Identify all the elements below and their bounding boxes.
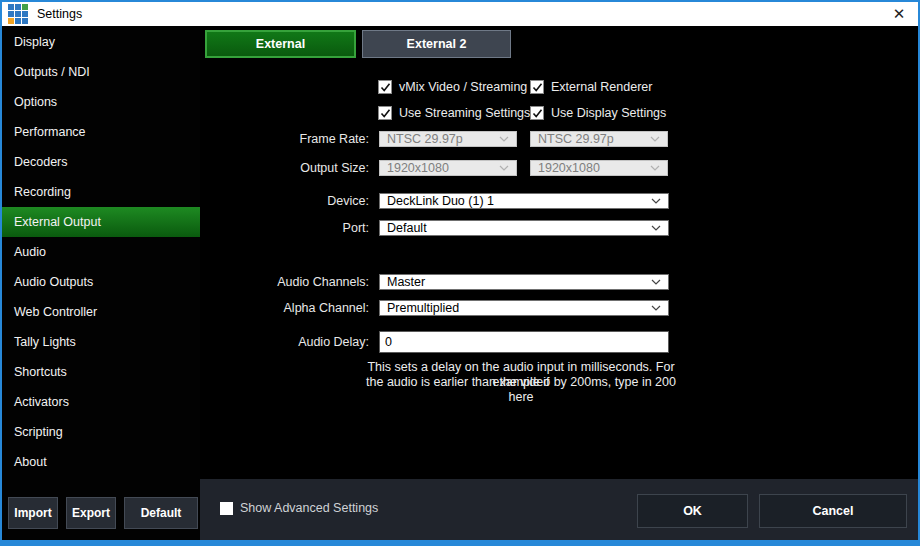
chevron-down-icon [651, 198, 661, 204]
default-button[interactable]: Default [124, 497, 198, 529]
audio-channels-row: Audio Channels: Master [200, 271, 669, 292]
alpha-channel-row: Alpha Channel: Premultiplied [200, 297, 669, 318]
frame-rate-row: Frame Rate: NTSC 29.97p NTSC 29.97p [200, 129, 668, 149]
sidebar-item-external-output[interactable]: External Output [2, 207, 200, 237]
sidebar-item-scripting[interactable]: Scripting [2, 417, 200, 447]
output-size-select-right: 1920x1080 [530, 160, 668, 176]
use-display-settings-checkbox[interactable]: Use Display Settings [530, 106, 666, 120]
vmix-video-streaming-checkbox[interactable]: vMix Video / Streaming [378, 80, 527, 94]
checkbox-label: Show Advanced Settings [240, 501, 378, 515]
ok-button[interactable]: OK [637, 494, 748, 528]
selected-value: Default [387, 221, 427, 235]
sidebar-item-tally-lights[interactable]: Tally Lights [2, 327, 200, 357]
checkbox-box [530, 106, 544, 120]
alpha-channel-select[interactable]: Premultiplied [379, 300, 669, 316]
settings-window: Settings ✕ Display Outputs / NDI Options… [2, 2, 918, 540]
sidebar-item-about[interactable]: About [2, 447, 200, 477]
selected-value: NTSC 29.97p [538, 132, 614, 146]
audio-channels-select[interactable]: Master [379, 274, 669, 290]
tab-external-2[interactable]: External 2 [362, 30, 511, 58]
cancel-button[interactable]: Cancel [759, 494, 907, 528]
window-frame: Settings ✕ Display Outputs / NDI Options… [0, 0, 920, 546]
sidebar-buttons: Import Export Default [8, 497, 198, 529]
titlebar[interactable]: Settings ✕ [2, 2, 918, 26]
output-size-row: Output Size: 1920x1080 1920x1080 [200, 158, 668, 178]
sidebar-menu: Display Outputs / NDI Options Performanc… [2, 27, 200, 477]
alpha-channel-label: Alpha Channel: [200, 301, 369, 315]
close-icon[interactable]: ✕ [882, 2, 916, 26]
chevron-down-icon [650, 165, 660, 171]
chevron-down-icon [499, 165, 509, 171]
selected-value: Master [387, 275, 425, 289]
checkbox-box [378, 80, 392, 94]
audio-delay-row: Audio Delay: [200, 331, 669, 353]
chevron-down-icon [499, 136, 509, 142]
audio-delay-input[interactable] [379, 331, 669, 353]
window-title: Settings [37, 7, 82, 21]
checkmark-icon [380, 108, 391, 119]
selected-value: NTSC 29.97p [387, 132, 463, 146]
sidebar-item-shortcuts[interactable]: Shortcuts [2, 357, 200, 387]
external-renderer-checkbox[interactable]: External Renderer [530, 80, 652, 94]
device-row: Device: DeckLink Duo (1) 1 [200, 190, 669, 211]
device-select[interactable]: DeckLink Duo (1) 1 [379, 193, 669, 209]
sidebar-item-activators[interactable]: Activators [2, 387, 200, 417]
chevron-down-icon [650, 136, 660, 142]
checkbox-box [530, 80, 544, 94]
sidebar-item-display[interactable]: Display [2, 27, 200, 57]
sidebar-item-audio[interactable]: Audio [2, 237, 200, 267]
chevron-down-icon [651, 225, 661, 231]
selected-value: Premultiplied [387, 301, 459, 315]
export-button[interactable]: Export [66, 497, 116, 529]
sidebar-item-audio-outputs[interactable]: Audio Outputs [2, 267, 200, 297]
audio-channels-label: Audio Channels: [200, 275, 369, 289]
sidebar-item-recording[interactable]: Recording [2, 177, 200, 207]
selected-value: 1920x1080 [538, 161, 600, 175]
checkmark-icon [380, 82, 391, 93]
output-size-label: Output Size: [200, 161, 369, 175]
show-advanced-settings-checkbox[interactable]: Show Advanced Settings [220, 501, 378, 515]
main-panel: External External 2 vMix Video / Streami… [200, 26, 918, 479]
tab-external[interactable]: External [205, 30, 356, 58]
checkbox-label: vMix Video / Streaming [399, 80, 527, 94]
sidebar-item-web-controller[interactable]: Web Controller [2, 297, 200, 327]
audio-delay-label: Audio Delay: [200, 335, 369, 349]
chevron-down-icon [651, 279, 661, 285]
port-select[interactable]: Default [379, 220, 669, 236]
import-button[interactable]: Import [8, 497, 58, 529]
frame-rate-select-left: NTSC 29.97p [379, 131, 517, 147]
vmix-logo-icon [8, 4, 28, 24]
sidebar-item-outputs-ndi[interactable]: Outputs / NDI [2, 57, 200, 87]
checkbox-label: Use Display Settings [551, 106, 666, 120]
port-row: Port: Default [200, 217, 669, 238]
selected-value: DeckLink Duo (1) 1 [387, 194, 494, 208]
checkbox-label: External Renderer [551, 80, 652, 94]
chevron-down-icon [651, 305, 661, 311]
selected-value: 1920x1080 [387, 161, 449, 175]
checkmark-icon [532, 82, 543, 93]
checkbox-label: Use Streaming Settings [399, 106, 530, 120]
frame-rate-select-right: NTSC 29.97p [530, 131, 668, 147]
sidebar-item-decoders[interactable]: Decoders [2, 147, 200, 177]
checkbox-box [220, 502, 233, 515]
port-label: Port: [200, 221, 369, 235]
device-label: Device: [200, 194, 369, 208]
frame-rate-label: Frame Rate: [200, 132, 369, 146]
audio-delay-help-line2: the audio is earlier than the video by 2… [363, 375, 679, 405]
footer-bar: Show Advanced Settings OK Cancel [200, 479, 918, 540]
use-streaming-settings-checkbox[interactable]: Use Streaming Settings [378, 106, 530, 120]
checkbox-box [378, 106, 392, 120]
sidebar-item-performance[interactable]: Performance [2, 117, 200, 147]
sidebar: Display Outputs / NDI Options Performanc… [2, 26, 200, 540]
output-size-select-left: 1920x1080 [379, 160, 517, 176]
sidebar-item-options[interactable]: Options [2, 87, 200, 117]
checkmark-icon [532, 108, 543, 119]
